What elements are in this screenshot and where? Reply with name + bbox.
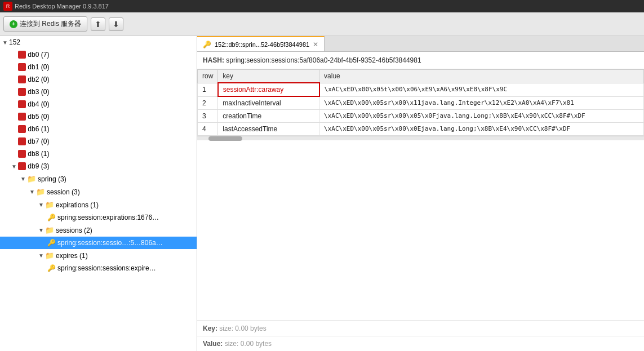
hash-header: HASH: spring:session:sessions:5af806a0-2… (197, 52, 644, 69)
db3-count: (0) (41, 88, 50, 96)
db3-label: db3 (28, 88, 39, 96)
tree-db2[interactable]: db2 (0) (0, 73, 197, 86)
db8-count: (1) (41, 150, 50, 158)
db6-label: db6 (28, 125, 39, 133)
db7-icon (18, 137, 26, 145)
db4-label: db4 (28, 100, 39, 108)
tab-main[interactable]: 🔑 152::db9::sprin...52-46b5f3844981 ✕ (197, 36, 325, 51)
db9-icon (18, 162, 26, 170)
tree-db3[interactable]: db3 (0) (0, 86, 197, 98)
sessions-arrow: ▼ (38, 227, 45, 233)
db7-label: db7 (28, 137, 39, 145)
table-row[interactable]: 1sessionAttr:caraway\xAC\xED\x00\x05t\x0… (198, 83, 644, 96)
tree-root[interactable]: ▼ 152 (0, 36, 197, 48)
main-layout: ▼ 152 db0 (7) db1 (0) (0, 36, 644, 351)
table-row[interactable]: 3creationTime\xAC\xED\x00\x05sr\x00\x05\… (198, 110, 644, 123)
session-label: session (3) (47, 188, 80, 196)
cell-value-2: \xAC\xED\x00\x05sr\x00\x05\x0Fjava.lang.… (319, 110, 644, 123)
sessions-key-icon: 🔑 (47, 239, 56, 247)
cell-key-0: sessionAttr:caraway (218, 83, 319, 96)
table-wrapper[interactable]: row key value 1sessionAttr:caraway\xAC\x… (197, 69, 644, 136)
db7-count: (0) (41, 137, 50, 145)
tree-db9[interactable]: ▼ db9 (3) (0, 160, 197, 172)
db2-icon (18, 75, 26, 83)
tree-db0[interactable]: db0 (7) (0, 48, 197, 61)
tree-db8[interactable]: db8 (1) (0, 148, 197, 160)
db0-count: (7) (41, 51, 50, 59)
db2-count: (0) (41, 75, 50, 83)
key-panel-label: Key: (203, 325, 217, 332)
connect-icon: + (10, 20, 17, 28)
db4-icon (18, 100, 26, 108)
spring-arrow: ▼ (20, 176, 27, 182)
cell-row-1: 2 (198, 96, 218, 110)
db8-label: db8 (28, 150, 39, 158)
tree-expirations-key[interactable]: 🔑 spring:session:expirations:1676… (0, 211, 197, 224)
expires-key-label: spring:session:sessions:expire… (57, 264, 156, 272)
sessions-key-label: spring:session:sessio…:5…806a… (57, 239, 163, 247)
tree-db1[interactable]: db1 (0) (0, 61, 197, 73)
connect-button[interactable]: + 连接到 Redis 服务器 (3, 16, 87, 32)
sessions-label: sessions (2) (56, 226, 92, 234)
hash-label: HASH: (203, 56, 224, 64)
expires-arrow: ▼ (38, 252, 45, 259)
data-table: row key value 1sessionAttr:caraway\xAC\x… (197, 69, 644, 136)
expirations-arrow: ▼ (38, 202, 45, 208)
tree-expires[interactable]: ▼ 📁 expires (1) (0, 249, 197, 262)
col-value: value (319, 70, 644, 83)
db8-icon (18, 150, 26, 158)
expires-key-icon: 🔑 (47, 264, 56, 272)
tree-db5[interactable]: db5 (0) (0, 110, 197, 123)
tree-session[interactable]: ▼ 📁 session (3) (0, 185, 197, 198)
download-icon: ⬇ (113, 20, 119, 29)
tree-spring[interactable]: ▼ 📁 spring (3) (0, 172, 197, 185)
scrollbar-thumb (208, 136, 242, 141)
tree-sessions-key-selected[interactable]: 🔑 spring:session:sessio…:5…806a… (0, 237, 197, 249)
db2-label: db2 (28, 75, 39, 83)
cell-value-3: \xAC\xED\x00\x05sr\x00\x0Ejava.lang.Long… (319, 123, 644, 136)
tree-sessions[interactable]: ▼ 📁 sessions (2) (0, 224, 197, 237)
db4-count: (0) (41, 100, 50, 108)
table-area: row key value 1sessionAttr:caraway\xAC\x… (197, 69, 644, 321)
session-folder-icon: 📁 (36, 188, 45, 196)
toolbar-action2[interactable]: ⬇ (109, 17, 123, 31)
tab-bar: 🔑 152::db9::sprin...52-46b5f3844981 ✕ (197, 36, 644, 52)
tree-db6[interactable]: db6 (1) (0, 123, 197, 135)
tab-label: 152::db9::sprin...52-46b5f3844981 (215, 41, 309, 48)
tree-db4[interactable]: db4 (0) (0, 98, 197, 110)
db9-arrow: ▼ (11, 163, 18, 170)
tree-db7[interactable]: db7 (0) (0, 135, 197, 148)
content-area: 🔑 152::db9::sprin...52-46b5f3844981 ✕ HA… (197, 36, 644, 351)
tab-key-icon: 🔑 (203, 41, 211, 48)
expirations-folder-icon: 📁 (45, 201, 54, 209)
sessions-folder-icon: 📁 (45, 226, 54, 234)
connect-label: 连接到 Redis 服务器 (20, 19, 81, 29)
table-row[interactable]: 2maxInactiveInterval\xAC\xED\x00\x05sr\x… (198, 96, 644, 110)
cell-row-3: 4 (198, 123, 218, 136)
titlebar: R Redis Desktop Manager 0.9.3.817 (0, 0, 644, 12)
tab-close-button[interactable]: ✕ (313, 41, 318, 48)
expirations-label: expirations (1) (56, 201, 99, 209)
cell-key-3: lastAccessedTime (218, 123, 319, 136)
cell-row-2: 3 (198, 110, 218, 123)
session-arrow: ▼ (29, 189, 36, 195)
col-row: row (198, 70, 218, 83)
cell-key-1: maxInactiveInterval (218, 96, 319, 110)
spring-folder-icon: 📁 (27, 175, 36, 183)
tree-expires-key[interactable]: 🔑 spring:session:sessions:expire… (0, 262, 197, 274)
db1-icon (18, 63, 26, 71)
db3-icon (18, 88, 26, 96)
bottom-panels: Key: size: 0.00 bytes Value: size: 0.00 … (197, 321, 644, 351)
db0-label: db0 (28, 51, 39, 59)
table-row[interactable]: 4lastAccessedTime\xAC\xED\x00\x05sr\x00\… (198, 123, 644, 136)
expires-folder-icon: 📁 (45, 251, 54, 260)
horizontal-scrollbar[interactable] (197, 136, 644, 140)
sidebar: ▼ 152 db0 (7) db1 (0) (0, 36, 197, 351)
db6-icon (18, 125, 26, 133)
col-key: key (218, 70, 319, 83)
tree-expirations[interactable]: ▼ 📁 expirations (1) (0, 198, 197, 211)
db6-count: (1) (41, 125, 50, 133)
toolbar-action1[interactable]: ⬆ (91, 17, 105, 31)
db0-icon (18, 51, 26, 59)
root-label: 152 (9, 38, 20, 46)
